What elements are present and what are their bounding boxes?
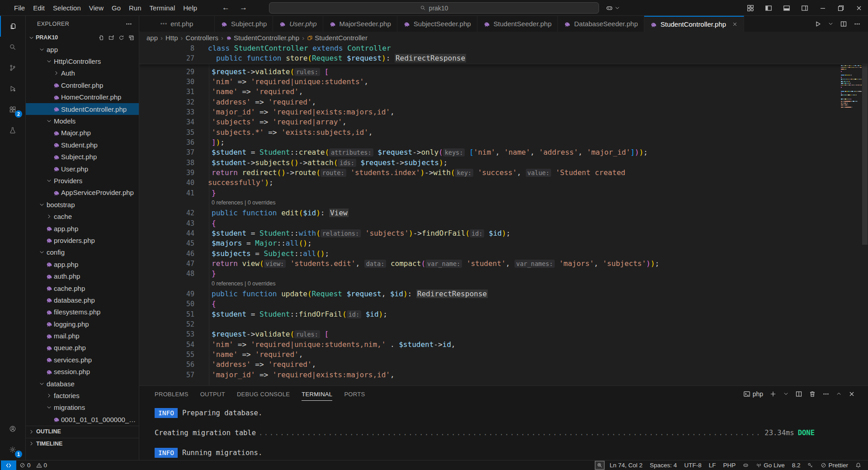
codelens[interactable]: 0 references | 0 overrides [139,279,868,289]
command-center-search[interactable]: prak10 [269,2,599,14]
code-line[interactable]: 42public function edit($id): View [139,208,868,218]
section-timeline[interactable]: TIMELINE [26,438,139,450]
tree-item[interactable]: Controller.php [26,79,139,91]
breadcrumb-item[interactable]: StudentController.php [226,34,299,42]
breadcrumb-item[interactable]: app [146,34,158,42]
tab-subject-php[interactable]: Subject.php [215,16,273,32]
code-line[interactable]: 50{ [139,299,868,309]
collapse-all-icon[interactable] [128,35,134,41]
code-line[interactable]: 41} [139,188,868,198]
tab-close[interactable] [732,21,738,27]
code-line[interactable]: 53$request->validate(rules: [ [139,329,868,339]
tree-item[interactable]: 0001_01_01_000000_create_users_t... [26,413,139,425]
minimap[interactable] [841,43,862,385]
menu-selection[interactable]: Selection [49,0,85,16]
code-line[interactable]: 31'name' => 'required', [139,87,868,97]
prettier[interactable]: Prettier [818,461,850,470]
code-line[interactable]: 35'subjects.*' => 'exists:subjects,id', [139,128,868,138]
go-live[interactable]: Go Live [754,461,787,470]
menu-help[interactable]: Help [179,0,201,16]
code-line[interactable]: 38$student->subjects()->attach(ids: $req… [139,158,868,168]
tree-item[interactable]: HomeController.php [26,91,139,103]
refresh-icon[interactable] [118,35,124,41]
code-line[interactable]: 45$majors = Major::all(); [139,238,868,248]
cursor-position[interactable]: Ln 74, Col 2 [608,461,645,470]
code-line[interactable]: 33'major_id' => 'required|exists:majors,… [139,107,868,117]
layout-panel-icon[interactable] [783,5,790,12]
code-line[interactable]: 27public function store(Request $request… [139,53,868,63]
split-icon[interactable] [795,390,802,398]
breadcrumb-item[interactable]: Http [165,34,178,42]
tree-item[interactable]: filesystems.php [26,306,139,318]
layout-sidebar-left-icon[interactable] [765,5,772,12]
trash-icon[interactable] [809,390,816,398]
new-folder-icon[interactable] [108,35,114,41]
tab-ent-php[interactable]: •••ent.php [139,16,215,32]
activity-explorer[interactable] [0,16,25,37]
copilot-icon[interactable] [606,5,613,12]
more-actions-icon[interactable] [125,20,132,28]
eol[interactable]: LF [707,461,718,470]
restore-icon[interactable] [837,5,844,12]
code-line[interactable]: 48} [139,269,868,279]
encoding[interactable]: UTF-8 [682,461,703,470]
tab-user-php[interactable]: User.php [273,16,323,32]
menu-go[interactable]: Go [108,0,125,16]
code-line[interactable]: 37$student = Student::create(attributes:… [139,147,868,157]
copilot-status[interactable] [741,461,751,470]
more-icon[interactable] [822,390,830,398]
panel-tab-ports[interactable]: PORTS [344,387,365,401]
activity-testing[interactable] [0,120,25,141]
close-icon[interactable] [848,390,855,398]
problems-errors[interactable]: 0 [17,461,33,470]
code-line[interactable]: 51$student = Student::findOrFail(id: $id… [139,309,868,319]
split-icon[interactable] [840,20,847,28]
tree-item[interactable]: session.php [26,366,139,378]
new-file-icon[interactable] [99,35,104,41]
remote-indicator[interactable] [1,461,16,470]
tree-item[interactable]: migrations [26,402,139,413]
activity-extensions[interactable]: 2 [0,99,25,120]
tree-item[interactable]: auth.php [26,270,139,282]
tree-item[interactable]: app.php [26,258,139,270]
tree-item[interactable]: cache [26,210,139,222]
code-line[interactable]: 56'address' => 'required', [139,360,868,370]
tree-item[interactable]: Providers [26,175,139,186]
code-line[interactable]: 36]); [139,138,868,147]
panel-tab-debug-console[interactable]: DEBUG CONSOLE [237,387,290,401]
menu-edit[interactable]: Edit [29,0,49,16]
chevron-down-icon[interactable] [828,21,834,27]
activity-manage[interactable]: 1 [0,439,25,460]
chevron-down-icon[interactable] [614,5,620,11]
plus-icon[interactable] [769,390,777,398]
code-line[interactable]: 55'name' => 'required', [139,350,868,360]
breadcrumb-item[interactable]: Controllers [186,34,219,42]
tree-item[interactable]: providers.php [26,234,139,246]
code-editor[interactable]: 8class StudentController extends Control… [139,43,868,385]
code-line[interactable]: 34'subjects' => 'required|array', [139,117,868,127]
tree-item[interactable]: Http\Controllers [26,55,139,67]
codelens[interactable]: 0 references | 0 overrides [139,198,868,208]
workspace-root[interactable]: PRAK10 [26,32,139,43]
code-line[interactable]: 8class StudentController extends Control… [139,43,868,53]
code-line[interactable]: 47return view(view: 'students.edit', dat… [139,259,868,269]
editor-scrollbar[interactable] [862,46,868,245]
tab-majorseeder-php[interactable]: MajorSeeder.php [323,16,397,32]
tree-item[interactable]: database [26,378,139,389]
layout-sidebar-right-icon[interactable] [801,5,808,12]
zoom-indicator[interactable] [594,461,605,470]
problems-warnings[interactable]: 0 [34,461,50,470]
panel-tab-terminal[interactable]: TERMINAL [302,387,332,401]
code-line[interactable]: 32'address' => 'required', [139,97,868,107]
chevron-up-icon[interactable] [836,391,842,397]
nav-back-icon[interactable]: ← [222,3,230,12]
code-line[interactable]: 54'nim' => 'required|unique:students,nim… [139,340,868,350]
tree-item[interactable]: mail.php [26,330,139,342]
code-line[interactable]: 49public function update(Request $reques… [139,289,868,299]
tree-item[interactable]: Models [26,115,139,127]
code-line[interactable]: 29$request->validate(rules: [ [139,67,868,77]
terminal-profile[interactable]: php [743,390,763,398]
activity-source-control[interactable] [0,57,25,78]
tree-item[interactable]: AppServiceProvider.php [26,187,139,199]
minimize-icon[interactable] [819,5,826,12]
